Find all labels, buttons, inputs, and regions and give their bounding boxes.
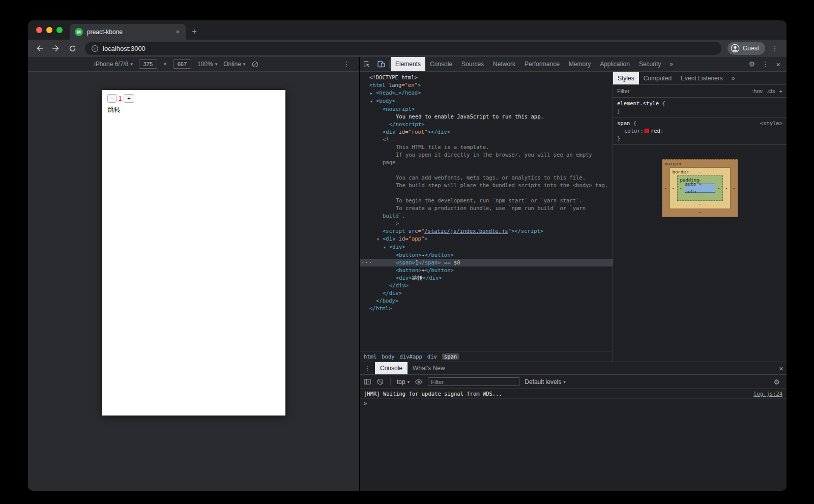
console-prompt[interactable]: > — [360, 399, 787, 408]
elements-tree-line[interactable]: You can add webfonts, meta tags, or anal… — [360, 174, 613, 182]
color-swatch[interactable] — [645, 129, 649, 133]
console-sidebar-icon[interactable] — [364, 378, 371, 386]
more-tabs-icon[interactable]: » — [665, 57, 677, 71]
device-toolbar-menu-icon[interactable]: ⋮ — [340, 60, 353, 68]
border-bottom-value[interactable]: - — [699, 200, 701, 208]
page-info-icon[interactable] — [91, 45, 99, 52]
elements-tree-line[interactable]: <button>-</button> — [360, 251, 613, 259]
elements-tree-line[interactable]: To create a production bundle, use `npm … — [360, 204, 613, 212]
elements-tree-line[interactable]: </div> — [360, 289, 613, 297]
elements-tree-line[interactable]: <html lang="en"> — [360, 81, 613, 89]
border-left-value[interactable]: - — [672, 185, 675, 192]
back-button[interactable] — [33, 42, 46, 55]
forward-button[interactable] — [49, 42, 63, 55]
box-model-content[interactable]: auto × auto — [685, 184, 715, 193]
devtools-tab-memory[interactable]: Memory — [564, 57, 595, 71]
device-height-input[interactable] — [173, 60, 191, 69]
box-model-border[interactable]: border - - - - padding - - — [670, 167, 731, 209]
elements-tree-line[interactable]: ▾<body> — [360, 97, 613, 105]
network-throttling-select[interactable]: Online ▾ — [223, 61, 245, 68]
jump-link[interactable]: 跳转 — [107, 105, 280, 114]
clear-console-icon[interactable] — [376, 378, 384, 386]
elements-tree-line[interactable]: build`. — [360, 212, 613, 220]
rule-origin[interactable]: <style> — [760, 120, 782, 127]
devtools-tab-sources[interactable]: Sources — [457, 57, 488, 71]
elements-tree-line[interactable]: --> — [360, 220, 613, 227]
margin-bottom-value[interactable]: - — [699, 209, 701, 216]
breadcrumb-item-div[interactable]: div — [427, 353, 437, 360]
sidebar-more-tabs-icon[interactable]: » — [728, 72, 739, 84]
device-viewport[interactable]: - 1 + 跳转 — [102, 90, 285, 416]
overflow-ellipsis-icon[interactable]: ... — [361, 257, 372, 265]
elements-tree-line[interactable]: <div>跳转</div> — [360, 274, 613, 282]
padding-right-value[interactable]: - — [717, 185, 720, 192]
breadcrumb-item-body[interactable]: body — [382, 353, 394, 360]
device-type-select[interactable]: iPhone 6/7/8 ▾ — [94, 61, 133, 68]
elements-tree-line[interactable]: If you open it directly in the browser, … — [360, 151, 613, 159]
elements-tree-line[interactable]: ▾<div> — [360, 243, 613, 251]
sidebar-tab-computed[interactable]: Computed — [639, 72, 676, 84]
execution-context-select[interactable]: top ▾ — [397, 378, 410, 386]
elements-tree-line[interactable]: <button>+</button> — [360, 266, 613, 274]
elements-tree-line[interactable]: <!DOCTYPE html> — [360, 74, 613, 81]
close-window-button[interactable] — [36, 27, 42, 33]
box-model-padding[interactable]: padding - - - - auto × auto — [677, 175, 723, 201]
inspect-element-icon[interactable] — [360, 57, 374, 71]
tab-close-icon[interactable]: × — [175, 28, 181, 36]
console-filter-input[interactable] — [428, 377, 519, 386]
elements-tree-line[interactable]: page. — [360, 159, 613, 166]
new-tab-button[interactable]: + — [186, 26, 203, 40]
elements-tree-line[interactable]: </noscript> — [360, 121, 613, 128]
minimize-window-button[interactable] — [46, 27, 52, 33]
increment-button[interactable]: + — [124, 94, 134, 103]
new-style-rule-button[interactable]: + — [779, 88, 782, 94]
settings-gear-icon[interactable]: ⚙ — [746, 60, 758, 68]
elements-tree-line[interactable]: <noscript> — [360, 105, 613, 113]
elements-tree-line[interactable]: </div> — [360, 282, 613, 289]
devtools-tab-elements[interactable]: Elements — [391, 57, 425, 71]
devtools-close-icon[interactable]: × — [773, 60, 783, 69]
toggle-hover-state-button[interactable]: :hov — [752, 88, 763, 94]
sidebar-tab-styles[interactable]: Styles — [613, 72, 639, 84]
console-settings-gear-icon[interactable]: ⚙ — [771, 378, 782, 386]
toggle-device-toolbar-icon[interactable] — [374, 57, 388, 71]
padding-left-value[interactable]: - — [680, 185, 682, 192]
console-tab-what-s-new[interactable]: What's New — [408, 362, 450, 374]
box-model-margin[interactable]: margin - - - - border - - - — [662, 159, 738, 217]
log-levels-select[interactable]: Default levels ▾ — [525, 378, 566, 386]
elements-tree-line[interactable]: ▸<head>…</head> — [360, 89, 613, 97]
elements-tree-line[interactable] — [360, 166, 613, 174]
elements-tree-line[interactable]: </body> — [360, 297, 613, 305]
maximize-window-button[interactable] — [56, 27, 63, 33]
browser-tab[interactable]: M preact-kbone × — [70, 24, 186, 40]
elements-tree-line[interactable]: The build step will place the bundled sc… — [360, 182, 613, 189]
border-top-value[interactable]: - — [699, 168, 701, 176]
margin-right-value[interactable]: - — [733, 185, 735, 192]
devtools-tab-performance[interactable]: Performance — [520, 57, 564, 71]
border-right-value[interactable]: - — [725, 185, 728, 192]
expand-arrow-icon[interactable]: ▾ — [370, 98, 376, 105]
drawer-menu-icon[interactable]: ⋮ — [360, 362, 375, 374]
log-source-link[interactable]: log.js:24 — [753, 391, 782, 397]
devtools-tab-application[interactable]: Application — [595, 57, 634, 71]
property-value[interactable]: red — [651, 128, 660, 134]
zoom-select[interactable]: 100% ▾ — [197, 61, 217, 68]
devtools-tab-console[interactable]: Console — [425, 57, 457, 71]
breadcrumb-item-div-app[interactable]: div#app — [400, 353, 422, 360]
devtools-tab-security[interactable]: Security — [634, 57, 665, 71]
elements-tree-line[interactable]: </html> — [360, 305, 613, 312]
margin-left-value[interactable]: - — [664, 185, 667, 192]
elements-tree-line[interactable] — [360, 189, 613, 197]
breadcrumb-item-span[interactable]: span — [442, 353, 459, 360]
elements-tree-line[interactable]: <!-- — [360, 136, 613, 143]
profile-button[interactable]: Guest — [728, 42, 765, 55]
device-width-input[interactable] — [139, 60, 157, 69]
elements-tree-line[interactable]: ...<span>1</span> == $0 — [360, 259, 613, 266]
expand-arrow-icon[interactable]: ▾ — [377, 235, 383, 243]
drawer-close-icon[interactable]: × — [776, 364, 787, 373]
elements-tree-line[interactable]: <div id="root"></div> — [360, 128, 613, 136]
expand-arrow-icon[interactable]: ▾ — [384, 244, 389, 251]
decrement-button[interactable]: - — [107, 94, 117, 103]
span-style-rule[interactable]: span { <style> color:red; } — [613, 117, 787, 145]
browser-menu-icon[interactable]: ⋮ — [768, 44, 781, 52]
